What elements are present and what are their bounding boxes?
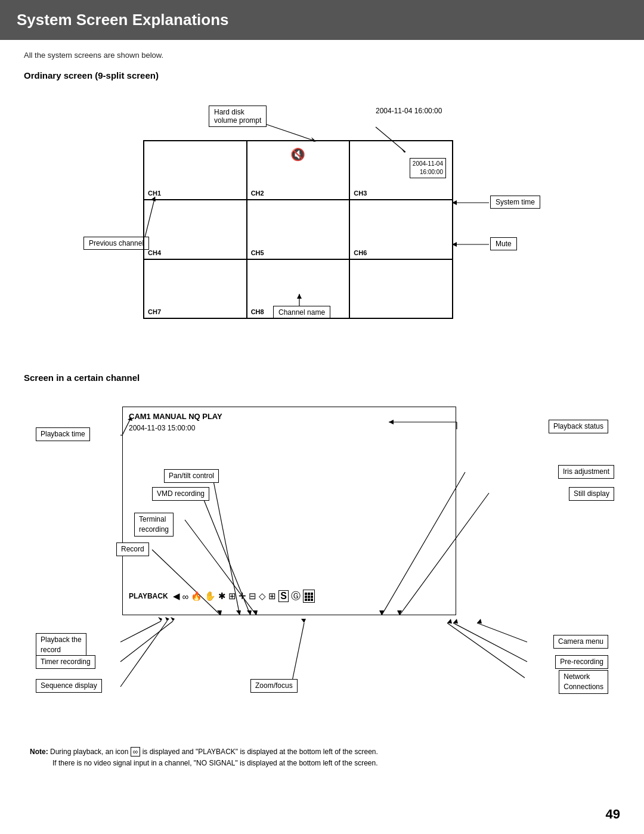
ch8-label: CH8 xyxy=(251,308,264,315)
grid-icon xyxy=(303,590,315,603)
icon-hand: ✋ xyxy=(205,591,216,602)
ordinary-screen-diagram: Hard diskvolume prompt 2004-11-04 16:00:… xyxy=(24,92,620,349)
page-header: System Screen Explanations xyxy=(0,0,644,40)
cell-ch2: 🔇 CH2 xyxy=(247,141,350,200)
camera-menu-annotation: Camera menu xyxy=(553,635,608,649)
datetime-annotation: 2004-11-04 16:00:00 xyxy=(376,106,442,116)
network-connections-annotation: NetworkConnections xyxy=(559,670,608,694)
svg-line-35 xyxy=(120,621,173,662)
playback-status-text: CAM1 MANUAL NQ PLAY xyxy=(129,412,222,421)
ch1-label: CH1 xyxy=(148,190,161,197)
svg-marker-44 xyxy=(447,619,452,624)
record-annotation: Record xyxy=(116,542,149,556)
split-grid: CH1 🔇 CH2 2004-11-04 16:00:00 CH3 xyxy=(143,140,453,319)
terminal-recording-label: Terminalrecording xyxy=(139,515,169,534)
note-text3: If there is no video signal input in a c… xyxy=(30,758,614,769)
svg-marker-42 xyxy=(301,619,306,623)
cell-ch3: 2004-11-04 16:00:00 CH3 xyxy=(349,141,453,200)
certain-channel-diagram: CAM1 MANUAL NQ PLAY 2004-11-03 15:00:00 … xyxy=(24,395,620,728)
sequence-display-annotation: Sequence display xyxy=(36,679,102,693)
icon-move: ✛ xyxy=(239,591,246,602)
pre-recording-annotation: Pre-recording xyxy=(555,655,608,669)
section1-title: Ordinary screen (9-split screen) xyxy=(24,70,620,80)
ch2-label: CH2 xyxy=(251,190,264,197)
cell-ch1: CH1 xyxy=(144,141,247,200)
zoom-focus-annotation: Zoom/focus xyxy=(250,679,298,693)
icon-square: ⊟ xyxy=(249,591,256,602)
svg-line-39 xyxy=(120,621,167,687)
cell-ch7: CH7 xyxy=(144,259,247,318)
svg-line-37 xyxy=(453,623,527,662)
icon-asterisk: ✱ xyxy=(218,591,226,602)
icon-infinite: ∞ xyxy=(182,591,189,602)
note-text: Note: During playback, an icon ∞ is disp… xyxy=(30,746,614,758)
svg-line-41 xyxy=(291,623,304,687)
icon-p: Ⓖ xyxy=(291,590,301,603)
iris-annotation: Iris adjustment xyxy=(558,465,614,479)
icon-grid-symbol: ⊞ xyxy=(268,591,276,602)
playback-record-label: Playback therecord xyxy=(41,635,82,654)
network-connections-label: NetworkConnections xyxy=(564,672,603,691)
hard-disk-annotation: Hard diskvolume prompt xyxy=(209,106,267,127)
cell-ch8: CH8 xyxy=(247,259,350,318)
icon-fire: 🔥 xyxy=(191,591,202,602)
svg-marker-32 xyxy=(158,617,162,621)
playback-screen: CAM1 MANUAL NQ PLAY 2004-11-03 15:00:00 … xyxy=(122,407,456,615)
terminal-recording-annotation: Terminalrecording xyxy=(134,513,174,537)
hard-disk-label: Hard diskvolume prompt xyxy=(214,108,261,125)
playback-record-annotation: Playback therecord xyxy=(36,633,86,657)
note-text2: is displayed and "PLAYBACK" is displayed… xyxy=(143,748,378,756)
svg-line-31 xyxy=(120,621,161,642)
playback-time-annotation: Playback time xyxy=(36,427,90,441)
timer-recording-annotation: Timer recording xyxy=(36,655,95,669)
icon-s: S xyxy=(278,590,289,602)
ch6-label: CH6 xyxy=(354,249,367,256)
system-time-annotation: System time xyxy=(490,196,540,209)
mute-annotation: Mute xyxy=(490,237,517,250)
note-icon-inline: ∞ xyxy=(131,747,141,757)
cell-ch9-empty xyxy=(349,259,453,318)
icon-diamond: ◇ xyxy=(259,591,266,602)
note-text1: During playback, an icon xyxy=(50,748,131,756)
ch7-label: CH7 xyxy=(148,308,161,315)
vmd-annotation: VMD recording xyxy=(152,487,209,501)
icons-row: PLAYBACK ◀ ∞ 🔥 ✋ ✱ ⊞ ✛ ⊟ ◇ ⊞ S Ⓖ xyxy=(129,590,450,603)
svg-line-33 xyxy=(477,623,527,642)
ch5-label: CH5 xyxy=(251,249,264,256)
ch3-label: CH3 xyxy=(354,190,367,197)
icon-playback: ◀ xyxy=(173,591,180,602)
page-title: System Screen Explanations xyxy=(17,11,627,29)
svg-marker-34 xyxy=(477,619,482,624)
ch4-label: CH4 xyxy=(148,249,161,256)
cell-ch6: CH6 xyxy=(349,200,453,259)
previous-channel-annotation: Previous channel xyxy=(83,237,149,250)
pan-tilt-annotation: Pan/tilt control xyxy=(164,469,219,483)
playback-status-annotation: Playback status xyxy=(549,420,608,433)
section2-title: Screen in a certain channel xyxy=(24,373,620,383)
cell-ch5: CH5 xyxy=(247,200,350,259)
svg-marker-40 xyxy=(165,617,169,621)
cell-ch4: CH4 xyxy=(144,200,247,259)
playback-bottom-label: PLAYBACK xyxy=(129,592,168,600)
intro-text: All the system screens are shown below. xyxy=(24,51,620,60)
still-display-annotation: Still display xyxy=(569,487,614,501)
playback-datetime: 2004-11-03 15:00:00 xyxy=(129,424,195,432)
svg-marker-36 xyxy=(171,617,175,621)
svg-line-43 xyxy=(447,623,525,678)
svg-marker-38 xyxy=(453,619,458,624)
mute-icon: 🔇 xyxy=(290,147,305,162)
icon-arrows: ⊞ xyxy=(228,591,236,602)
sys-time-display: 2004-11-04 16:00:00 xyxy=(410,158,446,179)
note-bold: Note: xyxy=(30,748,48,756)
page-number: 49 xyxy=(606,807,620,822)
note-section: Note: During playback, an icon ∞ is disp… xyxy=(24,746,620,769)
